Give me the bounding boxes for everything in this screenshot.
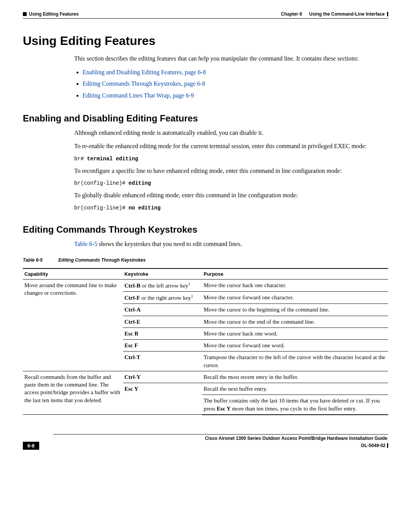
toc-list: Enabling and Disabling Editing Features,… [74,68,388,100]
table-header-row: Capability Keystroke Purpose [23,268,388,280]
table-header-capability: Capability [23,268,123,280]
keystrokes-table: Capability Keystroke Purpose Move around… [23,268,388,415]
code-prompt: br(config-line)# [74,205,129,211]
keystroke-bold: Ctrl-F [124,295,140,301]
table-row: Recall commands from the buffer and past… [23,371,388,383]
buffer-note-key: Esc Y [217,406,231,412]
paragraph: To globally disable enhanced editing mod… [74,192,388,200]
cell-keystroke: Ctrl-Y [123,371,202,383]
cell-purpose: Move the cursor to the beginning of the … [202,304,388,316]
toc-item: Editing Commands Through Keystrokes, pag… [83,80,388,88]
keystroke-bold: Ctrl-A [124,307,140,313]
section-heading-enabling: Enabling and Disabling Editing Features [23,113,388,124]
keystroke-bold: Esc F [124,342,138,348]
section-heading-keystrokes: Editing Commands Through Keystrokes [23,224,388,235]
page-footer: Cisco Aironet 1300 Series Outdoor Access… [23,434,388,450]
table-reference-link[interactable]: Table 6-5 [74,241,97,247]
table-caption: Table 6-5 Editing Commands Through Keyst… [23,257,388,263]
section-lead-keystrokes: Table 6-5 shows the keystrokes that you … [74,240,388,248]
cell-keystroke: Ctrl-F or the right arrow key1 [123,292,202,304]
keystroke-bold: Ctrl-T [124,354,140,360]
toc-link-wrap[interactable]: Editing Command Lines That Wrap, page 6-… [83,92,194,99]
footer-row: 6-8 OL-5048-02 [23,442,388,450]
footnote-marker: 1 [191,294,193,298]
intro-block: This section describes the editing featu… [74,55,388,100]
cell-purpose: Recall the most recent entry in the buff… [202,371,388,383]
page-container: Using Editing Features Chapter 6 Using t… [0,0,411,465]
header-chapter-title: Using the Command-Line Interface [309,11,385,17]
intro-paragraph: This section describes the editing featu… [74,55,388,63]
cell-keystroke: Ctrl-E [123,316,202,328]
code-prompt: br(config-line)# [74,180,129,186]
header-chapter-number: Chapter 6 [281,11,302,17]
code-block: br# terminal editing [74,156,388,162]
cell-purpose: Transpose the character to the left of t… [202,351,388,371]
header-section-name: Using Editing Features [29,11,79,17]
header-left: Using Editing Features [23,11,79,17]
cell-purpose: Move the cursor back one word. [202,328,388,339]
toc-link-keystrokes[interactable]: Editing Commands Through Keystrokes, pag… [83,80,205,87]
toc-link-enabling[interactable]: Enabling and Disabling Editing Features,… [83,69,206,75]
keystroke-bold: Ctrl-E [124,319,140,325]
header-rule [23,18,388,19]
footer-guide-title: Cisco Aironet 1300 Series Outdoor Access… [53,436,388,441]
code-block: br(config-line)# no editing [74,205,388,211]
paragraph: Although enhanced editing mode is automa… [74,129,388,137]
document-number: OL-5048-02 [361,443,386,448]
table-caption-text: Editing Commands Through Keystrokes [58,257,145,263]
cell-keystroke: Esc B [123,328,202,339]
table-reference-rest: shows the keystrokes that you need to ed… [97,241,242,247]
buffer-note-c: more than ten times, you cycle to the fi… [231,406,357,412]
keystroke-bold: Ctrl-B [124,283,140,289]
code-command: terminal editing [87,156,138,162]
cell-keystroke: Esc F [123,340,202,351]
code-block: br(config-line)# editing [74,180,388,186]
keystroke-rest: or the right arrow key [140,295,191,301]
keystroke-bold: Esc Y [124,386,139,392]
cell-keystroke: Ctrl-A [123,304,202,316]
cell-purpose-buffer-note: The buffer contains only the last 10 ite… [202,395,388,415]
header-right: Chapter 6 Using the Command-Line Interfa… [281,11,388,17]
keystroke-bold: Ctrl-Y [124,374,140,380]
cell-keystroke: Ctrl-B or the left arrow key1 [123,279,202,291]
table-header-keystroke: Keystroke [123,268,202,280]
cell-purpose: Recall the next buffer entry. [202,383,388,395]
square-bullet-icon [23,12,27,16]
footer-rule [53,434,388,435]
keystroke-bold: Esc B [124,331,138,337]
cell-purpose: Move the cursor back one character. [202,279,388,291]
vertical-tick-icon [387,12,388,16]
paragraph: To re-enable the enhanced editing mode f… [74,142,388,150]
vertical-tick-icon [387,443,388,448]
running-header: Using Editing Features Chapter 6 Using t… [23,11,388,17]
cell-keystroke: Ctrl-T [123,351,202,371]
cell-capability: Move around the command line to make cha… [23,279,123,371]
page-title: Using Editing Features [23,34,388,48]
section-body-enabling: Although enhanced editing mode is automa… [74,129,388,211]
cell-keystroke: Esc Y [123,383,202,415]
code-command: no editing [129,205,161,211]
cell-purpose: Move the cursor forward one character. [202,292,388,304]
footnote-marker: 1 [188,282,190,286]
keystroke-rest: or the left arrow key [140,283,188,289]
table-caption-number: Table 6-5 [23,257,57,263]
paragraph: To reconfigure a specific line to have e… [74,167,388,175]
code-prompt: br# [74,156,87,162]
table-row: Move around the command line to make cha… [23,279,388,291]
toc-item: Enabling and Disabling Editing Features,… [83,68,388,77]
page-number-badge: 6-8 [23,442,39,450]
table-header-purpose: Purpose [202,268,388,280]
cell-purpose: Move the cursor to the end of the comman… [202,316,388,328]
table-reference-sentence: Table 6-5 shows the keystrokes that you … [74,240,388,248]
toc-item: Editing Command Lines That Wrap, page 6-… [83,91,388,100]
cell-capability: Recall commands from the buffer and past… [23,371,123,415]
cell-purpose: Move the cursor forward one word. [202,340,388,351]
code-command: editing [129,180,151,186]
